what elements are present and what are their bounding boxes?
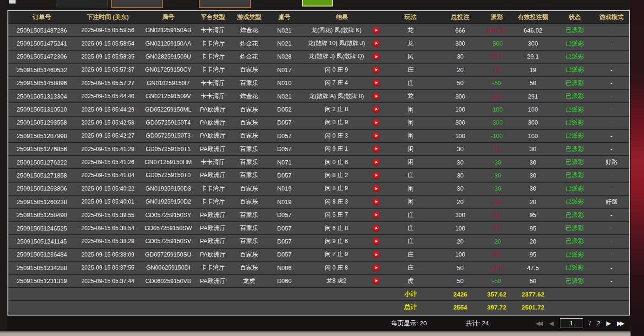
text-input[interactable]	[56, 0, 108, 7]
status-cell: 已派彩	[556, 158, 594, 166]
mode-cell: -	[594, 185, 629, 192]
result-cell: 闲 0 庄 8	[300, 264, 384, 272]
time-cell: 2025-09-15 05:44:29	[75, 106, 140, 113]
video-play-icon[interactable]	[373, 93, 380, 100]
table-row: 2509150514752412025-09-15 05:58:54GN0212…	[8, 37, 629, 50]
video-play-icon[interactable]	[373, 106, 380, 113]
game-type-cell: 炸金花	[230, 53, 269, 61]
video-play-icon[interactable]	[373, 159, 380, 166]
video-play-icon[interactable]	[373, 264, 380, 271]
game-type-cell: 百家乐	[230, 119, 269, 127]
video-play-icon[interactable]	[373, 238, 380, 245]
table-row: 2509150512584902025-09-15 05:39:55GD0572…	[8, 209, 629, 222]
dropdown-2[interactable]	[199, 0, 251, 8]
table-no-cell: N019	[269, 198, 300, 205]
play-cell: 庄	[384, 171, 437, 179]
game-type-cell: 百家乐	[230, 237, 269, 245]
status-cell: 已派彩	[556, 66, 594, 74]
table-row: 2509150514723062025-09-15 05:58:35GN0282…	[8, 51, 629, 64]
status-cell: 已派彩	[556, 40, 594, 48]
video-play-icon[interactable]	[373, 251, 380, 258]
play-cell: 龙	[384, 92, 437, 100]
table-no-cell: N006	[269, 264, 300, 271]
status-cell: 已派彩	[556, 105, 594, 114]
order-cell: 250915051246525	[8, 225, 75, 232]
page-input[interactable]	[560, 318, 583, 328]
video-play-icon[interactable]	[373, 145, 380, 152]
valid-bet-cell: 300	[510, 119, 556, 126]
video-play-icon[interactable]	[373, 198, 380, 205]
game-type-cell: 百家乐	[230, 105, 269, 114]
total-bet-cell: 100	[437, 106, 483, 113]
result-cell: 闲 2 庄 8	[300, 105, 384, 113]
time-cell: 2025-09-15 05:40:22	[75, 185, 140, 192]
video-play-icon[interactable]	[373, 40, 380, 47]
video-play-icon[interactable]	[373, 277, 380, 284]
video-play-icon[interactable]	[373, 79, 380, 86]
platform-cell: 卡卡湾厅	[196, 40, 230, 48]
valid-bet-cell: 30	[510, 172, 556, 179]
status-cell: 已派彩	[556, 250, 594, 259]
next-page-icon[interactable]: ▶	[606, 320, 611, 327]
result-cell: 闲 7 庄 4	[300, 79, 384, 87]
video-play-icon[interactable]	[373, 185, 380, 192]
video-play-icon[interactable]	[373, 66, 380, 73]
table-no-cell: N021	[269, 27, 300, 34]
payout-cell: -300	[483, 119, 510, 126]
table-row: 2509150512879982025-09-15 05:42:27GD0572…	[8, 130, 629, 143]
valid-bet-cell: 100	[510, 106, 556, 113]
total-payout: 397.72	[483, 304, 510, 311]
status-cell: 已派彩	[556, 237, 594, 245]
result-cell: 龙8 虎2	[300, 277, 384, 285]
dropdown-1[interactable]	[111, 0, 163, 8]
round-cell: GN071259150HM	[140, 159, 196, 165]
platform-cell: PA欧洲厅	[196, 250, 230, 259]
total-bet-cell: 30	[437, 159, 483, 166]
checkbox[interactable]	[9, 0, 16, 4]
play-cell: 闲	[384, 105, 437, 114]
prev-page-icon[interactable]: ◀	[549, 320, 554, 327]
result-text: 闲 0 庄 3	[300, 132, 373, 140]
result-text: 闲 5 庄 7	[300, 211, 373, 219]
mode-cell: -	[594, 40, 629, 47]
payout-cell: -30	[483, 185, 510, 192]
payout-cell: -50	[483, 79, 510, 86]
play-cell: 庄	[384, 66, 437, 74]
result-text: 闲 2 庄 8	[300, 105, 373, 113]
valid-bet-cell: 30	[510, 145, 556, 152]
result-text: 闲 9 庄 1	[300, 145, 373, 153]
search-button[interactable]	[302, 0, 333, 7]
round-cell: GD057259150SW	[140, 225, 196, 231]
round-cell: GN019259150D3	[140, 185, 196, 192]
first-page-icon[interactable]: ◀◀	[536, 320, 543, 327]
column-header: 下注时间 (美东)	[75, 13, 140, 21]
mode-cell: 好路	[594, 198, 629, 206]
mode-cell: -	[594, 264, 629, 271]
total-bet-cell: 30	[437, 145, 483, 152]
table-row: 2509150512768562025-09-15 05:41:29GD0572…	[8, 143, 629, 156]
total-bet-cell: 30	[437, 172, 483, 179]
table-no-cell: D057	[269, 225, 300, 232]
column-header: 玩法	[384, 13, 437, 21]
game-type-cell: 百家乐	[230, 132, 269, 140]
round-cell: GD060259150VB	[140, 278, 196, 284]
video-play-icon[interactable]	[373, 27, 380, 34]
table-row: 2509150512342882025-09-15 05:37:55GN0062…	[8, 262, 629, 275]
game-type-cell: 百家乐	[230, 224, 269, 232]
time-cell: 2025-09-15 05:42:27	[75, 132, 140, 139]
video-play-icon[interactable]	[373, 119, 380, 126]
video-play-icon[interactable]	[373, 53, 380, 60]
video-play-icon[interactable]	[373, 132, 380, 139]
order-cell: 250915051287998	[8, 132, 75, 139]
video-play-icon[interactable]	[373, 225, 380, 232]
order-cell: 250915051271858	[8, 172, 75, 179]
last-page-icon[interactable]: ▶▶	[617, 320, 624, 327]
result-cell: 龙(散牌 10) 凤(散牌 J)	[300, 40, 384, 47]
valid-bet-cell: 95	[510, 211, 556, 218]
video-play-icon[interactable]	[373, 211, 380, 218]
platform-cell: 卡卡湾厅	[196, 79, 230, 87]
game-type-cell: 炸金花	[230, 26, 269, 34]
payout-cell: 95	[483, 225, 510, 232]
play-cell: 庄	[384, 237, 437, 245]
video-play-icon[interactable]	[373, 172, 380, 179]
